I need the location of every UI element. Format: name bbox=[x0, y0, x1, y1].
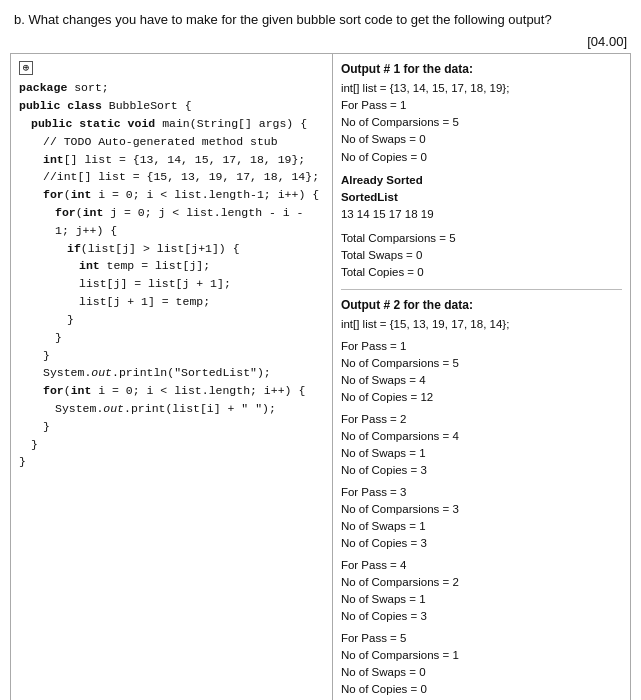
code-line-10: int temp = list[j]; bbox=[79, 257, 324, 275]
output1-copies: No of Copies = 0 bbox=[341, 149, 622, 166]
output-panel: Output # 1 for the data: int[] list = {1… bbox=[333, 54, 630, 701]
code-line-21: } bbox=[19, 453, 324, 471]
main-content: ⊕ package sort; public class BubbleSort … bbox=[10, 53, 631, 701]
code-line-2: public class BubbleSort { bbox=[19, 97, 324, 115]
expand-control[interactable]: ⊕ bbox=[19, 60, 324, 78]
output2-section: Output # 2 for the data: int[] list = {1… bbox=[341, 296, 622, 700]
output2-header: Output # 2 for the data: bbox=[341, 296, 622, 314]
output1-swaps: No of Swaps = 0 bbox=[341, 131, 622, 148]
code-line-13: } bbox=[67, 311, 324, 329]
code-line-4: // TODO Auto-generated method stub bbox=[43, 133, 324, 151]
output-divider bbox=[341, 289, 622, 290]
output1-header: Output # 1 for the data: bbox=[341, 60, 622, 78]
question-header: b. What changes you have to make for the… bbox=[0, 0, 641, 34]
output1-data: int[] list = {13, 14, 15, 17, 18, 19}; bbox=[341, 80, 622, 97]
output2-pass-2: For Pass = 2 No of Comparsions = 4 No of… bbox=[341, 411, 622, 480]
expand-icon[interactable]: ⊕ bbox=[19, 61, 33, 75]
code-line-20: } bbox=[31, 436, 324, 454]
output1-comparisons: No of Comparsions = 5 bbox=[341, 114, 622, 131]
code-line-5: int[] list = {13, 14, 15, 17, 18, 19}; bbox=[43, 151, 324, 169]
code-line-8: for(int j = 0; j < list.length - i - 1; … bbox=[55, 204, 324, 240]
output2-pass-5: For Pass = 5 No of Comparsions = 1 No of… bbox=[341, 630, 622, 699]
marks: [04.00] bbox=[0, 34, 641, 49]
output2-pass-1: For Pass = 1 No of Comparsions = 5 No of… bbox=[341, 338, 622, 407]
question-label: b. bbox=[14, 12, 25, 27]
code-line-7: for(int i = 0; i < list.length-1; i++) { bbox=[43, 186, 324, 204]
code-line-16: System.out.println("SortedList"); bbox=[43, 364, 324, 382]
code-line-1: package sort; bbox=[19, 79, 324, 97]
code-panel: ⊕ package sort; public class BubbleSort … bbox=[11, 54, 333, 701]
output1-already-sorted: Already Sorted SortedList 13 14 15 17 18… bbox=[341, 172, 622, 224]
output2-pass-4: For Pass = 4 No of Comparsions = 2 No of… bbox=[341, 557, 622, 626]
code-line-19: } bbox=[43, 418, 324, 436]
output2-data: int[] list = {15, 13, 19, 17, 18, 14}; bbox=[341, 316, 622, 333]
code-line-14: } bbox=[55, 329, 324, 347]
code-line-3: public static void main(String[] args) { bbox=[31, 115, 324, 133]
code-line-18: System.out.print(list[i] + " "); bbox=[55, 400, 324, 418]
output1-section: Output # 1 for the data: int[] list = {1… bbox=[341, 60, 622, 282]
output2-pass-3: For Pass = 3 No of Comparsions = 3 No of… bbox=[341, 484, 622, 553]
output1-pass1-label: For Pass = 1 bbox=[341, 97, 622, 114]
code-line-15: } bbox=[43, 347, 324, 365]
question-text: What changes you have to make for the gi… bbox=[28, 12, 551, 27]
output1-totals: Total Comparsions = 5 Total Swaps = 0 To… bbox=[341, 230, 622, 282]
code-line-12: list[j + 1] = temp; bbox=[79, 293, 324, 311]
code-line-6: //int[] list = {15, 13, 19, 17, 18, 14}; bbox=[43, 168, 324, 186]
output2-passes: For Pass = 1 No of Comparsions = 5 No of… bbox=[341, 338, 622, 699]
code-line-11: list[j] = list[j + 1]; bbox=[79, 275, 324, 293]
code-line-17: for(int i = 0; i < list.length; i++) { bbox=[43, 382, 324, 400]
code-line-9: if(list[j] > list[j+1]) { bbox=[67, 240, 324, 258]
